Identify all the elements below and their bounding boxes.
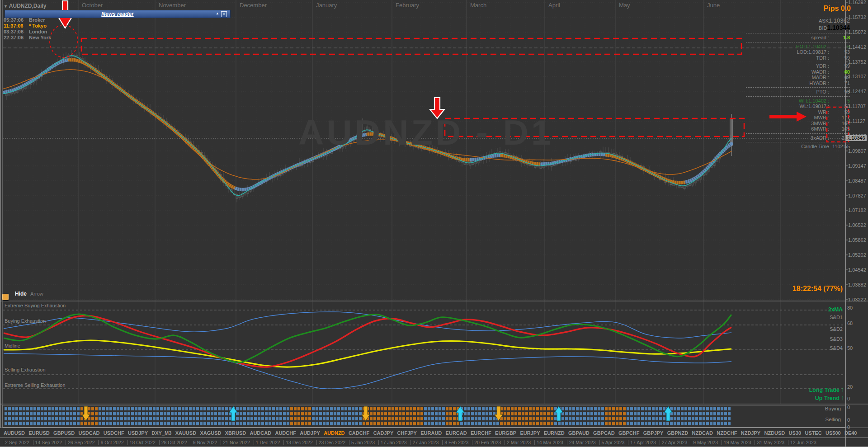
osc-axis-value: 50 [847, 345, 853, 351]
strip-selling-label: Selling [769, 417, 841, 422]
price-tick: 1.09807 [848, 148, 866, 154]
stat-label: 3MWR : [746, 121, 829, 127]
stat-row-wl109817: WL:1.09817 :53 [746, 104, 850, 109]
collapse-icon[interactable]: ▴ [216, 11, 218, 15]
date-label: 5 Jan 2023 [349, 440, 375, 445]
tab-cadjpy[interactable]: CADJPY [373, 430, 394, 436]
price-tick: 1.07182 [848, 207, 866, 213]
osc-line-label-sd4: S&D4 [816, 345, 843, 351]
stats-separator [746, 142, 850, 142]
tab-nzdcad[interactable]: NZDCAD [692, 430, 713, 436]
tab-de40[interactable]: DE40 [844, 430, 857, 436]
tab-audcad[interactable]: AUDCAD [250, 430, 271, 436]
tab-eurjpy[interactable]: EURJPY [520, 430, 540, 436]
osc-line-label-sd2: S&D2 [816, 326, 843, 332]
price-tick: 1.15072 [848, 29, 866, 35]
stat-value: 59 [829, 109, 850, 115]
up-trend-signal: Up Trend ↑ [769, 394, 844, 401]
stat-label: 6MWR : [746, 126, 829, 132]
tab-gbpchf[interactable]: GBPCHF [618, 430, 639, 436]
date-label: 2 Mar 2023 [505, 440, 531, 445]
stat-row-hyadr: HYADR :71 [746, 80, 850, 86]
tab-xagusd[interactable]: XAGUSD [200, 430, 221, 436]
stat-label: PTO : [746, 89, 829, 95]
stats-separator [746, 87, 850, 88]
tab-ustec[interactable]: USTEC [805, 430, 821, 436]
tab-gbpnzd[interactable]: GBPNZD [667, 430, 688, 436]
date-label: 18 Oct 2022 [127, 440, 156, 445]
osc-axis-value: 68 [847, 320, 853, 326]
tab-gbpaud[interactable]: GBPAUD [568, 430, 590, 436]
clock-row: 05:37:06Broker [4, 17, 51, 23]
tab-xauusd[interactable]: XAUUSD [175, 430, 196, 436]
tab-nzdusd[interactable]: NZDUSD [764, 430, 785, 436]
tab-chfjpy[interactable]: CHFJPY [397, 430, 417, 436]
date-label: 24 Mar 2023 [567, 440, 596, 445]
stat-label: MWR : [746, 115, 829, 121]
tab-euraud[interactable]: EURAUD [420, 430, 442, 436]
tab-nzdjpy[interactable]: NZDJPY [741, 430, 760, 436]
tab-audusd[interactable]: AUDUSD [4, 430, 25, 436]
tab-eurusd[interactable]: EURUSD [28, 430, 49, 436]
stat-label: MADR : [746, 75, 829, 80]
news-reader-title[interactable]: News reader [101, 11, 133, 17]
tab-nzdchf[interactable]: NZDCHF [717, 430, 737, 436]
date-label: 12 Jun 2023 [788, 440, 816, 445]
stat-value: 1.8 [829, 35, 850, 41]
tab-eurcad[interactable]: EURCAD [446, 430, 467, 436]
stat-value: 5 [829, 98, 850, 104]
stat-row-wh110402: WH:1.10402 :5 [746, 98, 850, 104]
stat-label: Candle Time [746, 144, 829, 150]
tab-eurchf[interactable]: EURCHF [471, 430, 491, 436]
clock-city: New York [29, 35, 51, 41]
stat-value: 71 [829, 80, 850, 86]
hide-button[interactable]: Hide [15, 291, 27, 297]
tab-usdcad[interactable]: USDCAD [78, 430, 99, 436]
osc-line-label-sd1: S&D1 [816, 315, 843, 320]
tab-audjpy[interactable]: AUDJPY [300, 430, 320, 436]
candle-countdown-timer: 18:22:54 (77%) [769, 285, 843, 293]
tab-usdchf[interactable]: USDCHF [104, 430, 124, 436]
tab-cadchf[interactable]: CADCHF [349, 430, 369, 436]
tab-gbpcad[interactable]: GBPCAD [593, 430, 615, 436]
stat-value: 215 [829, 135, 850, 141]
tab-audnzd[interactable]: AUDNZD [324, 430, 344, 436]
stat-row-pto: PTO :53 [746, 89, 850, 95]
chevron-down-icon[interactable]: ▼ [4, 4, 8, 9]
osc-axis-value: 0 [847, 405, 850, 410]
tab-us30[interactable]: US30 [789, 430, 802, 436]
tab-dxy_m3[interactable]: DXY_M3 [151, 430, 171, 436]
tab-gbpusd[interactable]: GBPUSD [53, 430, 75, 436]
stat-row-3xadr: 3xADR :215 [746, 135, 850, 141]
tab-xbrusd[interactable]: XBRUSD [225, 430, 246, 436]
month-label-march: March [470, 2, 486, 9]
tab-usdjpy[interactable]: USDJPY [128, 430, 148, 436]
clock-time: 22:37:06 [4, 35, 29, 41]
date-label: 2 Sep 2022 [3, 440, 29, 445]
date-label: 8 Feb 2023 [442, 440, 468, 445]
osc-axis-value: 80 [847, 305, 853, 311]
stat-value: 177 [829, 115, 850, 121]
tab-eurgbp[interactable]: EURGBP [495, 430, 516, 436]
month-label-may: May [619, 2, 630, 9]
stat-row-tdr: TDR :59 [746, 55, 850, 61]
strip-buying-label: Buying [769, 406, 841, 411]
symbol-tab-bar: AUDUSDEURUSDGBPUSDUSDCADUSDCHFUSDJPYDXY_… [4, 429, 857, 437]
price-tick: 1.05862 [848, 237, 866, 243]
minimized-indicator-button[interactable] [2, 294, 9, 300]
tab-us500[interactable]: US500 [826, 430, 841, 436]
price-tick: 1.13107 [848, 74, 866, 79]
stat-row-ask: ASK1.10362 [746, 17, 850, 24]
price-tick: 1.08487 [848, 178, 866, 184]
price-tick: 1.15732 [848, 14, 866, 20]
osc-line-label-sd3: S&D3 [816, 336, 843, 342]
stat-label: HOD:1.10402 : [746, 44, 829, 50]
tab-gbpjpy[interactable]: GBPJPY [643, 430, 664, 436]
osc-axis-value: 0 [847, 417, 850, 423]
osc-level-label: Buying Exhaustion [5, 318, 46, 324]
close-icon[interactable]: × [221, 11, 227, 17]
tab-audchf[interactable]: AUDCHF [275, 430, 296, 436]
arrow-toggle-label[interactable]: Arrow [30, 291, 43, 296]
tab-eurnzd[interactable]: EURNZD [544, 430, 565, 436]
stat-value: 59 [829, 55, 850, 61]
